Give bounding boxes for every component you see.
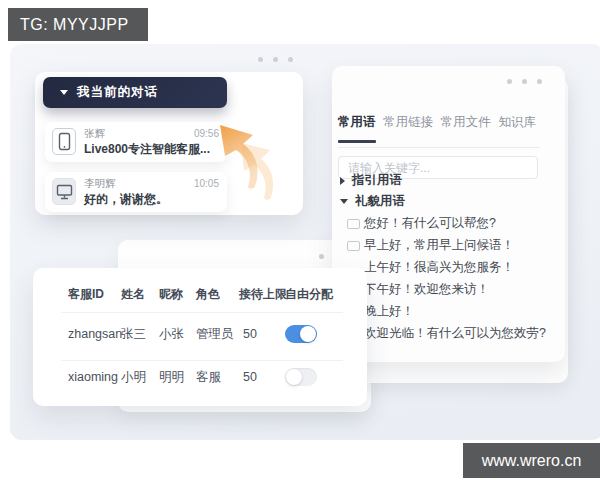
screenshot-stage: TG: MYYJJPP 常用语 常用链接 常用文件 知识库 指引用语 礼貌用语 … bbox=[0, 0, 600, 480]
phrase-item[interactable]: 您好！有什么可以帮您? bbox=[364, 215, 496, 231]
phone-icon bbox=[52, 128, 76, 155]
window-dots-icon bbox=[507, 79, 542, 84]
col-header-role: 角色 bbox=[196, 284, 220, 304]
col-header-nickname: 昵称 bbox=[159, 284, 183, 304]
site-watermark-banner: www.wrero.cn bbox=[463, 443, 600, 478]
message-time: 09:56 bbox=[194, 128, 219, 139]
chat-list-item[interactable]: 李明辉 10:05 好的，谢谢您。 bbox=[45, 172, 227, 212]
tab-common-links[interactable]: 常用链接 bbox=[383, 114, 433, 143]
row-divider bbox=[61, 360, 343, 361]
current-conversations-panel: 我当前的对话 张辉 09:56 Live800专注智能客服... 李明辉 10:… bbox=[35, 72, 303, 215]
caret-down-icon bbox=[340, 199, 348, 204]
cell-nickname: 小张 bbox=[159, 322, 184, 346]
toggle-knob bbox=[300, 326, 316, 342]
phrase-note-icon bbox=[347, 241, 360, 251]
col-header-agent-id: 客服ID bbox=[68, 284, 104, 304]
message-time: 10:05 bbox=[194, 178, 219, 189]
tab-common-files[interactable]: 常用文件 bbox=[441, 114, 491, 143]
row-divider bbox=[61, 312, 343, 313]
conversations-header[interactable]: 我当前的对话 bbox=[43, 77, 227, 108]
auto-assign-toggle[interactable] bbox=[285, 325, 317, 343]
phrase-item[interactable]: 上午好！很高兴为您服务！ bbox=[364, 259, 514, 275]
cell-limit: 50 bbox=[243, 322, 257, 346]
phrase-item[interactable]: 欢迎光临！有什么可以为您效劳? bbox=[364, 325, 546, 341]
phrase-item[interactable]: 早上好，常用早上问候语！ bbox=[364, 237, 514, 253]
conversations-header-label: 我当前的对话 bbox=[77, 84, 158, 101]
cell-name: 张三 bbox=[121, 322, 146, 346]
visitor-name: 张辉 bbox=[84, 127, 105, 141]
group-label: 礼貌用语 bbox=[355, 193, 405, 210]
toggle-knob bbox=[286, 369, 302, 385]
window-dots-icon bbox=[258, 57, 293, 62]
phrase-item[interactable]: 下午好！欢迎您来访！ bbox=[364, 281, 489, 297]
tg-watermark-banner: TG: MYYJJPP bbox=[8, 8, 148, 41]
cell-agent-id: zhangsan bbox=[68, 322, 122, 346]
cell-name: 小明 bbox=[121, 365, 146, 389]
desktop-icon bbox=[52, 178, 76, 205]
group-polite-phrases[interactable]: 礼貌用语 bbox=[340, 193, 405, 210]
phrase-note-icon bbox=[347, 219, 360, 229]
visitor-name: 李明辉 bbox=[84, 177, 116, 191]
caret-right-icon bbox=[340, 177, 345, 185]
tab-divider bbox=[338, 147, 540, 148]
phrase-item[interactable]: 晚上好！ bbox=[364, 303, 414, 319]
site-watermark-text: www.wrero.cn bbox=[482, 452, 582, 470]
group-label: 指引用语 bbox=[352, 172, 402, 189]
col-header-name: 姓名 bbox=[121, 284, 145, 304]
cell-limit: 50 bbox=[243, 365, 257, 389]
chat-list-item[interactable]: 张辉 09:56 Live800专注智能客服... bbox=[45, 122, 227, 162]
tab-common-phrases[interactable]: 常用语 bbox=[338, 114, 376, 143]
last-message: 好的，谢谢您。 bbox=[84, 191, 168, 208]
tab-knowledge-base[interactable]: 知识库 bbox=[498, 114, 536, 143]
auto-assign-toggle[interactable] bbox=[285, 368, 317, 386]
cell-role: 客服 bbox=[196, 365, 221, 389]
last-message: Live800专注智能客服... bbox=[84, 141, 210, 158]
cell-nickname: 明明 bbox=[159, 365, 184, 389]
phrases-tab-bar: 常用语 常用链接 常用文件 知识库 bbox=[338, 114, 536, 143]
tg-watermark-text: TG: MYYJJPP bbox=[20, 16, 129, 34]
col-header-limit: 接待上限 bbox=[239, 284, 287, 304]
agent-settings-table: 客服ID 姓名 昵称 角色 接待上限 自由分配 zhangsan 张三 小张 管… bbox=[33, 268, 367, 406]
cell-role: 管理员 bbox=[196, 322, 234, 346]
group-guide-phrases[interactable]: 指引用语 bbox=[340, 172, 402, 189]
col-header-auto-assign: 自由分配 bbox=[285, 284, 333, 304]
caret-down-icon bbox=[60, 90, 68, 95]
cell-agent-id: xiaoming bbox=[68, 365, 118, 389]
